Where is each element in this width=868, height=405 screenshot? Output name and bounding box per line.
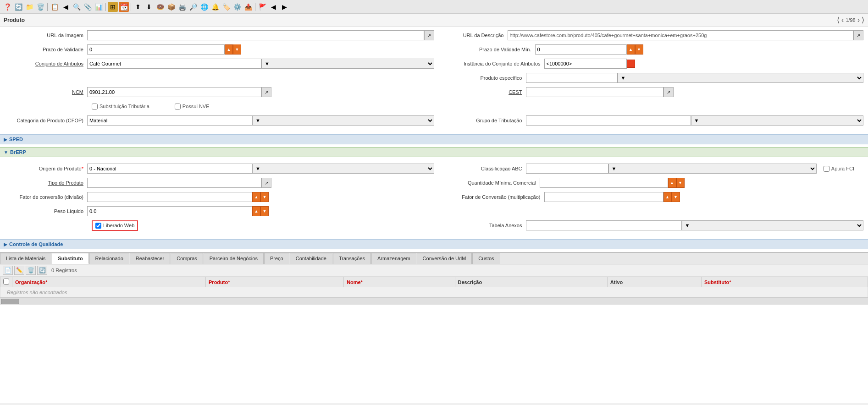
tipo-produto-label[interactable]: Tipo do Produto bbox=[5, 180, 87, 186]
tab-substituto[interactable]: Substituto bbox=[52, 253, 88, 264]
print-button[interactable]: 🖨️ bbox=[177, 2, 187, 12]
tab-reabastecer[interactable]: Reabastecer bbox=[130, 253, 170, 264]
nav-last-button[interactable]: ⟩ bbox=[862, 16, 864, 24]
ncm-ext-btn[interactable]: ↗ bbox=[261, 87, 271, 97]
conjunto-atributos-label[interactable]: Conjunto de Atributos bbox=[5, 61, 87, 66]
up-button[interactable]: ⬆ bbox=[133, 2, 143, 12]
conjunto-atributos-input[interactable] bbox=[87, 59, 261, 69]
tab-preco[interactable]: Preço bbox=[264, 253, 289, 264]
apura-fci-checkbox[interactable] bbox=[824, 166, 829, 172]
calendar-button[interactable]: 📆 bbox=[119, 2, 129, 12]
produto-especifico-input[interactable] bbox=[526, 73, 618, 83]
tabela-anexos-input[interactable] bbox=[526, 220, 682, 230]
fator-mult-up-btn[interactable]: ▲ bbox=[663, 192, 672, 202]
tab-conversao-udm[interactable]: Conversão de UdM bbox=[417, 253, 472, 264]
tag-button[interactable]: 🏷️ bbox=[221, 2, 231, 12]
qtd-min-input[interactable] bbox=[540, 178, 668, 188]
categoria-input[interactable] bbox=[87, 115, 252, 126]
prev-button[interactable]: ◀ bbox=[61, 2, 71, 12]
instancia-input[interactable] bbox=[544, 59, 627, 69]
back-button[interactable]: ◀ bbox=[268, 2, 278, 12]
prazo-validade-down-btn[interactable]: ▼ bbox=[233, 44, 241, 55]
refresh-row-button[interactable]: 🔄 bbox=[37, 266, 47, 275]
zoom-button[interactable]: 🔎 bbox=[188, 2, 198, 12]
grupo-tributacao-input[interactable] bbox=[526, 115, 691, 126]
liberado-web-checkbox[interactable] bbox=[95, 223, 101, 229]
instancia-red-btn[interactable] bbox=[627, 60, 635, 68]
delete-button[interactable]: 🗑️ bbox=[35, 2, 45, 12]
ncm-label[interactable]: NCM bbox=[5, 89, 87, 95]
origem-select[interactable]: ▼ bbox=[252, 164, 434, 174]
delete-row-button[interactable]: 🗑️ bbox=[26, 266, 36, 275]
scroll-thumb[interactable] bbox=[1, 299, 19, 304]
export-button[interactable]: 📤 bbox=[243, 2, 253, 12]
url-imagem-input[interactable] bbox=[87, 30, 424, 40]
tab-transacoes[interactable]: Transações bbox=[333, 253, 371, 264]
qtd-min-up-btn[interactable]: ▲ bbox=[668, 178, 676, 188]
peso-down-btn[interactable]: ▼ bbox=[260, 206, 269, 216]
fator-mult-down-btn[interactable]: ▼ bbox=[672, 192, 680, 202]
open-button[interactable]: 📁 bbox=[24, 2, 34, 12]
categoria-label[interactable]: Categoria do Produto (CFOP) bbox=[5, 118, 87, 123]
tab-parceiro-negocios[interactable]: Parceiro de Negócios bbox=[204, 253, 264, 264]
tab-compras[interactable]: Compras bbox=[171, 253, 203, 264]
classificacao-select[interactable]: ▼ bbox=[608, 164, 817, 174]
table-button[interactable]: ⊞ bbox=[108, 2, 118, 12]
peso-input[interactable] bbox=[87, 206, 252, 216]
brerp-section-header[interactable]: ▼ BrERP bbox=[0, 147, 868, 157]
prazo-min-down-btn[interactable]: ▼ bbox=[635, 44, 643, 55]
prazo-min-up-btn[interactable]: ▲ bbox=[627, 44, 635, 55]
settings-button[interactable]: ⚙️ bbox=[232, 2, 242, 12]
forward-button[interactable]: ▶ bbox=[279, 2, 289, 12]
tipo-produto-ext-btn[interactable]: ↗ bbox=[261, 178, 271, 188]
prazo-validade-up-btn[interactable]: ▲ bbox=[225, 44, 233, 55]
horizontal-scrollbar[interactable] bbox=[0, 297, 868, 305]
prazo-validade-input[interactable] bbox=[87, 44, 225, 55]
cest-ext-btn[interactable]: ↗ bbox=[663, 87, 674, 97]
tab-lista-materiais[interactable]: Lista de Materiais bbox=[0, 253, 51, 264]
ncm-input[interactable] bbox=[87, 87, 261, 97]
chart-button[interactable]: 🍩 bbox=[155, 2, 165, 12]
fator-div-down-btn[interactable]: ▼ bbox=[260, 192, 269, 202]
cest-label[interactable]: CEST bbox=[434, 89, 526, 95]
categoria-select[interactable]: ▼ bbox=[252, 115, 434, 126]
fator-div-up-btn[interactable]: ▲ bbox=[252, 192, 260, 202]
classificacao-input[interactable] bbox=[526, 164, 608, 174]
url-imagem-ext-btn[interactable]: ↗ bbox=[424, 30, 434, 40]
grupo-tributacao-select[interactable]: ▼ bbox=[691, 115, 864, 126]
conjunto-atributos-select[interactable]: ▼ bbox=[261, 59, 434, 69]
tab-contabilidade[interactable]: Contabilidade bbox=[290, 253, 332, 264]
attach-button[interactable]: 📎 bbox=[83, 2, 93, 12]
sped-section-header[interactable]: ▶ SPED bbox=[0, 134, 868, 144]
tab-armazenagem[interactable]: Armazenagem bbox=[371, 253, 416, 264]
origem-input[interactable] bbox=[87, 164, 252, 174]
cest-input[interactable] bbox=[526, 87, 663, 97]
nav-next-button[interactable]: › bbox=[857, 16, 860, 24]
new-row-button[interactable]: 📄 bbox=[3, 266, 13, 275]
help-button[interactable]: ❓ bbox=[2, 2, 12, 12]
tab-custos[interactable]: Custos bbox=[472, 253, 500, 264]
new-button[interactable]: 🔄 bbox=[13, 2, 23, 12]
flag-button[interactable]: 🚩 bbox=[257, 2, 267, 12]
log-button[interactable]: 📊 bbox=[94, 2, 104, 12]
select-all-checkbox[interactable] bbox=[3, 279, 9, 285]
nav-prev-button[interactable]: ‹ bbox=[841, 16, 844, 24]
controle-section-header[interactable]: ▶ Controle de Qualidade bbox=[0, 239, 868, 249]
fator-mult-input[interactable] bbox=[544, 192, 663, 202]
bell-button[interactable]: 🔔 bbox=[210, 2, 220, 12]
find-button[interactable]: 🔍 bbox=[72, 2, 82, 12]
url-descricao-ext-btn[interactable]: ↗ bbox=[853, 30, 863, 40]
tabela-anexos-select[interactable]: ▼ bbox=[682, 220, 864, 230]
tree-button[interactable]: 🌐 bbox=[199, 2, 209, 12]
box-button[interactable]: 📦 bbox=[166, 2, 176, 12]
qtd-min-down-btn[interactable]: ▼ bbox=[676, 178, 685, 188]
url-descricao-input[interactable] bbox=[508, 30, 854, 40]
edit-row-button[interactable]: ✏️ bbox=[14, 266, 24, 275]
tipo-produto-input[interactable] bbox=[87, 178, 261, 188]
possui-nve-checkbox[interactable] bbox=[175, 104, 181, 109]
fator-div-input[interactable] bbox=[87, 192, 252, 202]
nav-first-button[interactable]: ⟨ bbox=[837, 16, 840, 24]
peso-up-btn[interactable]: ▲ bbox=[252, 206, 260, 216]
prazo-validade-min-input[interactable] bbox=[535, 44, 627, 55]
produto-especifico-select[interactable]: ▼ bbox=[618, 73, 864, 83]
